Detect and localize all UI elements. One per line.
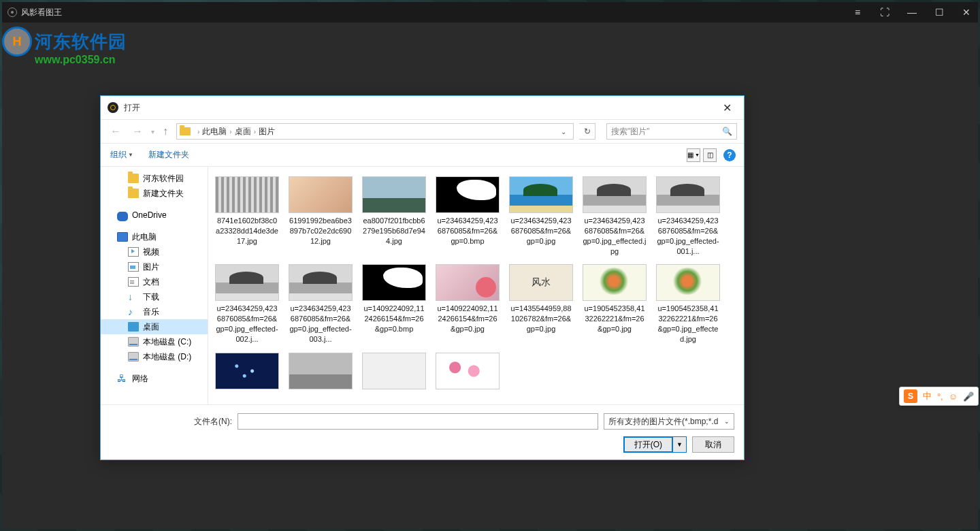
fullscreen-icon[interactable]: ⛶ (879, 7, 891, 18)
view-mode-button[interactable]: ▦ ▼ (687, 148, 700, 162)
file-thumbnail (656, 264, 720, 301)
app-window: 风影看图王 ≡ ⛶ — ☐ ✕ H 河东软件园 www.pc0359.cn 打开 (2, 2, 978, 529)
ime-lang[interactable]: 中 (923, 390, 932, 402)
nav-back-icon[interactable]: ← (108, 123, 124, 140)
dialog-sidebar[interactable]: 河东软件园新建文件夹OneDrive此电脑视频图片文档↓下载♪音乐桌面本地磁盘 … (101, 167, 208, 404)
app-icon (7, 7, 17, 17)
sidebar-item-label: 网络 (132, 373, 148, 385)
sidebar-item-label: 本地磁盘 (D:) (143, 351, 191, 363)
app-title: 风影看图王 (21, 7, 62, 18)
close-icon[interactable]: ✕ (960, 7, 973, 18)
file-item[interactable]: u=234634259,4236876085&fm=26&gp=0.bmp (434, 174, 501, 259)
file-thumbnail (289, 264, 353, 301)
nav-history-dropdown-icon[interactable]: ▾ (151, 128, 154, 135)
sidebar-item-label: 此电脑 (132, 231, 157, 243)
app-body: H 河东软件园 www.pc0359.cn 打开 ✕ ← → ▾ ↑ › (2, 22, 978, 529)
sidebar-item[interactable]: 此电脑 (101, 229, 208, 244)
dialog-close-icon[interactable]: ✕ (717, 99, 737, 117)
sidebar-item[interactable]: 本地磁盘 (D:) (101, 349, 208, 364)
file-item[interactable] (287, 350, 354, 392)
breadcrumb-l2[interactable]: 桌面 (235, 126, 251, 138)
ime-bar[interactable]: S 中 °, ☺ 🎤 (899, 387, 979, 406)
file-name: u=234634259,4236876085&fm=26&gp=0.jpg_ef… (583, 216, 647, 256)
file-item[interactable]: u=234634259,4236876085&fm=26&gp=0.jpg_ef… (581, 174, 648, 259)
search-icon[interactable]: 🔍 (722, 127, 732, 136)
file-name: u=1409224092,1124266154&fm=26&gp=0.jpg (436, 304, 500, 334)
nav-up-icon[interactable]: ↑ (160, 123, 171, 140)
open-button[interactable]: 打开(O) ▼ (623, 436, 687, 453)
file-thumbnail (509, 176, 573, 213)
help-button[interactable]: ? (723, 149, 736, 161)
sidebar-item[interactable]: ↓下载 (101, 289, 208, 304)
file-name: ea8007f201fbcbb6279e195b68d7e944.jpg (362, 216, 426, 246)
file-item[interactable]: 61991992bea6be3897b7c02e2dc69012.jpg (287, 174, 354, 259)
cancel-button[interactable]: 取消 (692, 436, 734, 453)
file-list[interactable]: 8741e1602bf38c0a23328dd14de3de17.jpg6199… (208, 167, 744, 404)
breadcrumb-l3[interactable]: 图片 (259, 126, 275, 138)
dialog-nav: ← → ▾ ↑ › 此电脑 › 桌面 › 图片 ⌄ ↻ 搜索"图片" (101, 119, 744, 144)
sidebar-item[interactable]: 视频 (101, 244, 208, 259)
dialog-icon (108, 102, 118, 113)
file-item[interactable]: u=234634259,4236876085&fm=26&gp=0.jpg_ef… (655, 174, 721, 259)
sidebar-item[interactable]: 河东软件园 (101, 171, 208, 186)
dialog-main: 河东软件园新建文件夹OneDrive此电脑视频图片文档↓下载♪音乐桌面本地磁盘 … (101, 167, 744, 404)
sidebar-item[interactable]: 新建文件夹 (101, 186, 208, 201)
sidebar-item[interactable]: OneDrive (101, 208, 208, 223)
file-item[interactable]: u=1905452358,4132262221&fm=26&gp=0.jpg_e… (655, 261, 721, 347)
sidebar-item-label: 视频 (143, 246, 159, 258)
file-item[interactable]: u=1905452358,4132262221&fm=26&gp=0.jpg (581, 261, 648, 347)
filename-input[interactable] (238, 413, 598, 430)
sidebar-item-label: 文档 (143, 276, 159, 288)
sidebar-item[interactable]: 本地磁盘 (C:) (101, 334, 208, 349)
sidebar-item-label: 图片 (143, 261, 159, 273)
file-name: u=1905452358,4132262221&fm=26&gp=0.jpg (583, 304, 647, 334)
file-thumbnail (656, 176, 720, 213)
sidebar-item[interactable]: 文档 (101, 274, 208, 289)
minimize-icon[interactable]: — (906, 7, 918, 18)
file-thumbnail (436, 264, 500, 301)
file-name: u=1905452358,4132262221&fm=26&gp=0.jpg_e… (656, 304, 720, 344)
watermark-logo-icon: H (2, 27, 32, 57)
file-thumbnail: 风水 (509, 264, 573, 301)
sidebar-item[interactable]: 桌面 (101, 319, 208, 334)
file-item[interactable]: ea8007f201fbcbb6279e195b68d7e944.jpg (361, 174, 427, 259)
sidebar-item-label: OneDrive (132, 210, 167, 220)
file-item[interactable]: u=234634259,4236876085&fm=26&gp=0.jpg_ef… (214, 261, 280, 347)
sidebar-item[interactable]: 🖧网络 (101, 371, 208, 386)
file-item[interactable]: u=234634259,4236876085&fm=26&gp=0.jpg_ef… (287, 261, 354, 347)
new-folder-button[interactable]: 新建文件夹 (147, 146, 191, 163)
sidebar-item-label: 音乐 (143, 306, 159, 318)
dialog-titlebar[interactable]: 打开 ✕ (101, 96, 744, 119)
address-dropdown-icon[interactable]: ⌄ (557, 128, 570, 135)
file-item[interactable] (434, 350, 501, 392)
titlebar[interactable]: 风影看图王 ≡ ⛶ — ☐ ✕ (2, 2, 978, 22)
file-type-filter[interactable]: 所有支持的图片文件(*.bmp;*.d ⌄ (604, 413, 734, 430)
file-item[interactable]: 风水u=1435544959,881026782&fm=26&gp=0.jpg (508, 261, 574, 347)
ime-punct[interactable]: °, (937, 391, 943, 402)
file-item[interactable]: 8741e1602bf38c0a23328dd14de3de17.jpg (214, 174, 280, 259)
file-thumbnail (362, 353, 426, 389)
refresh-button[interactable]: ↻ (579, 123, 595, 140)
sidebar-item[interactable]: 图片 (101, 259, 208, 274)
ime-logo-icon[interactable]: S (904, 389, 917, 403)
preview-pane-button[interactable]: ◫ (703, 148, 717, 162)
nav-forward-icon[interactable]: → (129, 123, 146, 140)
file-open-dialog: 打开 ✕ ← → ▾ ↑ › 此电脑 › 桌面 › 图片 ⌄ (100, 95, 745, 460)
breadcrumb-root[interactable]: 此电脑 (202, 126, 227, 138)
file-item[interactable] (214, 350, 280, 392)
file-item[interactable]: u=1409224092,1124266154&fm=26&gp=0.jpg (434, 261, 501, 347)
file-item[interactable]: u=1409224092,1124266154&fm=26&gp=0.bmp (361, 261, 427, 347)
open-dropdown-icon[interactable]: ▼ (672, 437, 686, 452)
file-item[interactable] (361, 350, 427, 392)
ime-emoji[interactable]: ☺ (949, 391, 958, 402)
ime-voice-icon[interactable]: 🎤 (963, 391, 974, 402)
file-item[interactable]: u=234634259,4236876085&fm=26&gp=0.jpg (508, 174, 574, 259)
address-bar[interactable]: › 此电脑 › 桌面 › 图片 ⌄ (176, 123, 574, 140)
menu-icon[interactable]: ≡ (851, 7, 864, 18)
organize-button[interactable]: 组织▼ (109, 146, 135, 163)
search-input[interactable]: 搜索"图片" 🔍 (606, 123, 737, 140)
sidebar-item[interactable]: ♪音乐 (101, 304, 208, 319)
file-name: 8741e1602bf38c0a23328dd14de3de17.jpg (215, 216, 279, 246)
file-name: u=1435544959,881026782&fm=26&gp=0.jpg (509, 304, 573, 334)
maximize-icon[interactable]: ☐ (933, 7, 945, 18)
